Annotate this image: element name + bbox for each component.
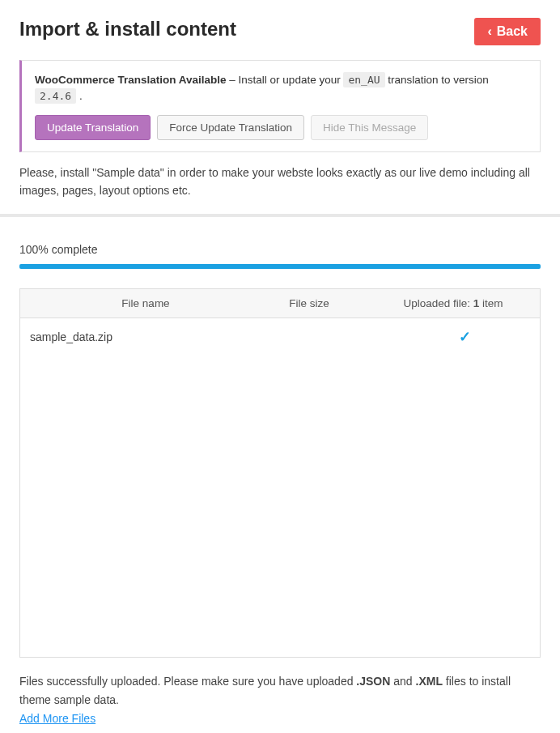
locale-code: en_AU bbox=[343, 72, 384, 87]
notice-strong: WooCommerce Translation Available bbox=[35, 74, 227, 86]
col-header-name: File name bbox=[51, 297, 240, 309]
progress-label: 100% complete bbox=[19, 243, 541, 256]
upload-status-text: Files successfully uploaded. Please make… bbox=[19, 672, 541, 709]
add-more-files-link[interactable]: Add More Files bbox=[19, 712, 95, 725]
chevron-left-icon: ‹ bbox=[487, 25, 491, 38]
update-translation-button[interactable]: Update Translation bbox=[35, 115, 151, 140]
file-uploaded-cell: ✓ bbox=[389, 328, 540, 346]
table-body[interactable]: sample_data.zip ✓ bbox=[20, 318, 540, 657]
intro-text: Please, install "Sample data" in order t… bbox=[19, 164, 541, 200]
upload-table: File name File size Uploaded file: 1 ite… bbox=[19, 288, 541, 658]
back-button-label: Back bbox=[497, 24, 528, 39]
translation-notice: WooCommerce Translation Available – Inst… bbox=[19, 60, 541, 152]
col-header-uploaded: Uploaded file: 1 item bbox=[378, 297, 540, 309]
page-title: Import & install content bbox=[19, 18, 236, 40]
file-name-cell: sample_data.zip bbox=[20, 330, 252, 343]
notice-text: WooCommerce Translation Available – Inst… bbox=[35, 72, 527, 105]
progress-bar bbox=[19, 264, 541, 269]
table-header: File name File size Uploaded file: 1 ite… bbox=[20, 289, 540, 318]
force-update-translation-button[interactable]: Force Update Translation bbox=[157, 115, 304, 140]
hide-message-button[interactable]: Hide This Message bbox=[311, 115, 428, 140]
table-row: sample_data.zip ✓ bbox=[20, 318, 540, 356]
col-header-size: File size bbox=[240, 297, 378, 309]
back-button[interactable]: ‹ Back bbox=[474, 18, 541, 45]
version-code: 2.4.6 bbox=[35, 88, 76, 104]
check-icon: ✓ bbox=[459, 329, 471, 345]
